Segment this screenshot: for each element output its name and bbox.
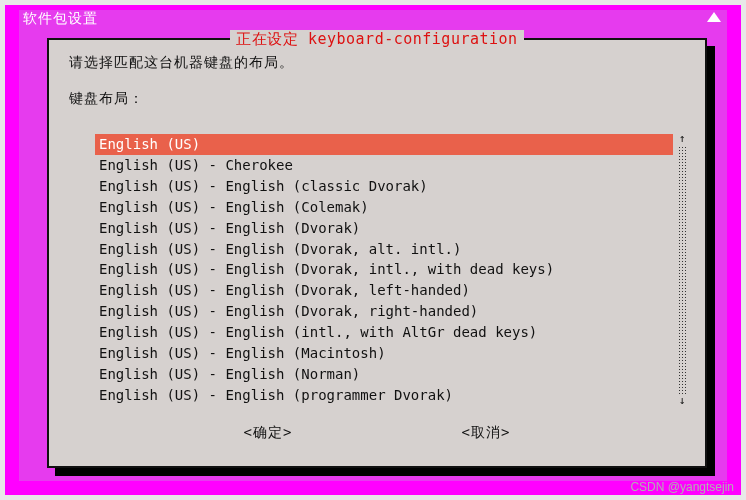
watermark: CSDN @yangtsejin xyxy=(630,480,734,494)
list-item[interactable]: English (US) - English (Colemak) xyxy=(95,197,673,218)
keyboard-config-dialog: 正在设定 keyboard-configuration 请选择匹配这台机器键盘的… xyxy=(47,38,707,468)
list-item[interactable]: English (US) - English (Dvorak, right-ha… xyxy=(95,301,673,322)
dialog-title: 正在设定 keyboard-configuration xyxy=(230,30,523,49)
list-item[interactable]: English (US) - English (Norman) xyxy=(95,364,673,385)
list-item[interactable]: English (US) - English (Macintosh) xyxy=(95,343,673,364)
section-label: 键盘布局： xyxy=(69,90,685,108)
list-item[interactable]: English (US) - English (programmer Dvora… xyxy=(95,385,673,406)
list-item[interactable]: English (US) xyxy=(95,134,673,155)
scroll-up-arrow-icon[interactable]: ↑ xyxy=(677,134,687,144)
cancel-button[interactable]: <取消> xyxy=(462,424,511,442)
list-item[interactable]: English (US) - English (Dvorak, left-han… xyxy=(95,280,673,301)
list-item[interactable]: English (US) - English (Dvorak, intl., w… xyxy=(95,259,673,280)
list-item[interactable]: English (US) - Cherokee xyxy=(95,155,673,176)
list-item[interactable]: English (US) - English (Dvorak, alt. int… xyxy=(95,239,673,260)
window-maximize-icon[interactable] xyxy=(707,12,721,22)
scrollbar[interactable]: ↑ ↓ xyxy=(677,134,687,406)
scroll-track[interactable] xyxy=(678,146,686,394)
terminal-screen: 软件包设置 正在设定 keyboard-configuration 请选择匹配这… xyxy=(19,10,727,481)
window-title: 软件包设置 xyxy=(19,10,727,28)
list-item[interactable]: English (US) - English (classic Dvorak) xyxy=(95,176,673,197)
terminal-outer-frame: 软件包设置 正在设定 keyboard-configuration 请选择匹配这… xyxy=(5,5,741,495)
ok-button[interactable]: <确定> xyxy=(244,424,293,442)
dialog-prompt: 请选择匹配这台机器键盘的布局。 xyxy=(69,54,685,72)
keyboard-layout-list[interactable]: English (US)English (US) - CherokeeEngli… xyxy=(95,134,673,406)
list-item[interactable]: English (US) - English (Dvorak) xyxy=(95,218,673,239)
scroll-down-arrow-icon[interactable]: ↓ xyxy=(677,396,687,406)
list-item[interactable]: English (US) - English (intl., with AltG… xyxy=(95,322,673,343)
